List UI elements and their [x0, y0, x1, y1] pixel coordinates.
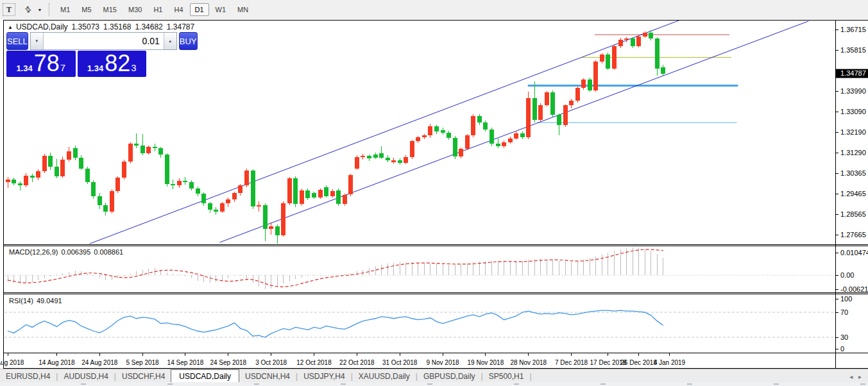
volume-decrease-button[interactable]: ▼	[31, 33, 44, 49]
symbol-marker-icon: ▲	[8, 24, 13, 30]
double-arrow-icon: ⇵	[23, 4, 33, 15]
bull-candle	[24, 176, 28, 185]
bear-candle	[312, 193, 316, 197]
sell-button-label: SELL	[7, 37, 28, 46]
timeframe-m30[interactable]: M30	[123, 3, 147, 16]
tab-usdchf-h4[interactable]: USDCHF,H4	[116, 370, 171, 383]
date-axis-label: 24 Sep 2018	[210, 359, 246, 366]
bull-candle	[465, 135, 470, 149]
date-axis-label: 14 Sep 2018	[167, 359, 204, 366]
macd-axis-label: -0.006218	[840, 285, 868, 293]
date-axis-label: 5 Sep 2018	[126, 359, 160, 366]
bull-candle	[600, 55, 604, 62]
bear-candle	[55, 167, 59, 176]
bull-candle	[428, 126, 432, 135]
rsi-axis-label: 70	[840, 308, 848, 316]
bull-candle	[545, 92, 549, 105]
tab-gbpusd-daily[interactable]: GBPUSD,Daily	[418, 370, 481, 383]
timeframe-m5[interactable]: M5	[76, 3, 96, 16]
price-axis-label: 1.28565	[840, 210, 866, 218]
date-axis-label: 24 Aug 2018	[81, 359, 118, 366]
window-bottom-strip	[0, 382, 868, 386]
rsi-indicator-label: RSI(14)49.0491	[9, 297, 65, 305]
bear-candle	[153, 147, 157, 148]
order-tool-dropdown[interactable]: ▼	[36, 4, 42, 15]
buy-price-display[interactable]: 1.34 82 3	[78, 51, 147, 77]
bear-candle	[201, 194, 206, 203]
date-axis-label: 2 Aug 2018	[0, 359, 24, 366]
tab-sp500-h1[interactable]: SP500,H1	[483, 370, 530, 383]
timeframe-mn[interactable]: MN	[232, 3, 253, 16]
bear-candle	[550, 92, 555, 115]
bull-candle	[348, 175, 353, 194]
buy-button[interactable]: BUY	[179, 32, 198, 50]
bear-candle	[73, 148, 78, 158]
bull-candle	[404, 157, 408, 163]
bull-candle	[238, 185, 243, 193]
bull-candle	[593, 62, 598, 90]
tab-scroll-left-icon[interactable]: ◂	[849, 373, 853, 380]
bear-candle	[85, 169, 90, 182]
bull-candle	[281, 203, 285, 235]
volume-input[interactable]	[44, 33, 164, 49]
bear-candle	[661, 67, 665, 74]
text-tool-button[interactable]: T	[3, 3, 15, 16]
rsi-name: RSI(14)	[9, 297, 33, 305]
bull-candle	[300, 190, 304, 204]
timeframe-w1[interactable]: W1	[210, 3, 232, 16]
macd-indicator-label: MACD(12,26,9)0.0063950.008861	[9, 248, 126, 256]
tab-scroll-arrows: ◂ ▸	[846, 373, 862, 383]
tab-scroll-right-icon[interactable]: ▸	[858, 373, 862, 380]
timeframe-m1[interactable]: M1	[55, 3, 75, 16]
bull-candle	[177, 181, 182, 185]
bull-candle	[636, 37, 641, 46]
bull-candle	[575, 88, 580, 101]
bear-candle	[18, 183, 22, 185]
bear-candle	[453, 138, 457, 156]
bull-candle	[410, 141, 414, 157]
bear-candle	[496, 144, 500, 146]
macd-axis-label: 0.010474	[840, 249, 868, 256]
tab-usdjpy-h4[interactable]: USDJPY,H4	[298, 370, 350, 383]
bear-candle	[398, 160, 402, 163]
bull-candle	[110, 191, 114, 212]
bull-candle	[67, 151, 71, 160]
toolbar-separator	[49, 3, 49, 16]
bear-candle	[251, 171, 255, 206]
top-toolbar: T ⇵ ▼ M1 M5 M15 M30 H1 H4 D1 W1 MN	[0, 0, 868, 20]
date-axis-label: 3 Oct 2018	[255, 359, 287, 366]
date-axis-label: 19 Nov 2018	[468, 359, 504, 366]
chevron-up-icon: ▲	[168, 39, 172, 43]
sell-button[interactable]: SELL	[6, 32, 28, 50]
timeframe-d1[interactable]: D1	[190, 3, 209, 16]
bear-candle	[208, 203, 212, 210]
bull-candle	[391, 160, 396, 162]
bull-candle	[538, 105, 543, 121]
timeframe-h4[interactable]: H4	[169, 3, 188, 16]
bear-candle	[588, 80, 592, 90]
tab-eurusd-h4[interactable]: EURUSD,H4	[0, 370, 56, 383]
timeframe-h1[interactable]: H1	[148, 3, 167, 16]
bear-candle	[165, 155, 169, 183]
bull-candle	[257, 205, 261, 206]
price-axis-label: 1.32190	[840, 128, 866, 136]
bull-candle	[269, 226, 273, 230]
rsi-axis-label: 0	[840, 345, 844, 353]
bear-candle	[263, 205, 268, 229]
tab-usdcad-daily[interactable]: USDCAD,Daily	[171, 369, 239, 383]
bear-candle	[30, 176, 35, 178]
bull-candle	[581, 80, 586, 88]
timeframe-m15[interactable]: M15	[98, 3, 122, 16]
tab-usdcnh-h4[interactable]: USDCNH,H4	[239, 370, 296, 383]
buy-price-big: 82	[105, 51, 130, 76]
buy-button-label: BUY	[180, 37, 197, 46]
bull-candle	[422, 135, 427, 137]
tab-xauusd-daily[interactable]: XAUUSD,Daily	[353, 370, 416, 383]
bear-candle	[79, 158, 83, 169]
volume-stepper: ▼ ▲	[30, 32, 177, 50]
order-tool-button[interactable]: ⇵	[21, 4, 36, 15]
sell-price-display[interactable]: 1.34 78 7	[6, 51, 76, 77]
bull-candle	[569, 101, 574, 105]
volume-increase-button[interactable]: ▲	[164, 33, 176, 49]
tab-audusd-h4[interactable]: AUDUSD,H4	[58, 370, 114, 383]
